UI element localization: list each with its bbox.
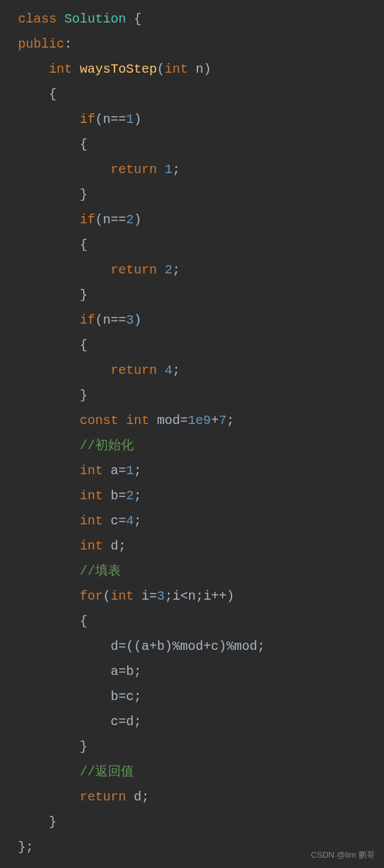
code-line: int b=2;	[18, 483, 384, 508]
return-type: int	[49, 62, 72, 77]
number: 2	[126, 212, 134, 227]
variable: d	[134, 790, 142, 804]
operator: +	[211, 413, 219, 428]
indent	[18, 112, 80, 127]
lparen: (	[95, 313, 103, 328]
comment: //返回值	[80, 764, 134, 779]
code-block: class Solution { public: int waysToStep(…	[18, 6, 384, 860]
indent	[18, 237, 80, 252]
indent	[18, 212, 80, 227]
code-line: {	[18, 82, 384, 107]
indent	[18, 313, 80, 328]
return-keyword: return	[111, 263, 157, 277]
code-line: if(n==2)	[18, 207, 384, 232]
number: 4	[126, 513, 134, 528]
function-name: waysToStep	[80, 62, 157, 77]
indent	[18, 513, 80, 528]
indent	[18, 714, 111, 729]
indent	[18, 62, 49, 77]
operator: =	[118, 463, 126, 478]
code-line: {	[18, 333, 384, 358]
brace: }	[80, 187, 87, 202]
code-line: //填表	[18, 559, 384, 584]
indent	[18, 338, 80, 353]
number: 4	[165, 363, 172, 378]
indent	[18, 438, 80, 453]
indent	[18, 664, 111, 679]
variable: n	[103, 212, 111, 227]
indent	[18, 413, 80, 428]
code-line: }	[18, 383, 384, 408]
expression: d=((a+b)%mod+c)%mod;	[111, 639, 265, 654]
semicolon: ;	[134, 513, 142, 528]
number: 2	[126, 488, 134, 503]
indent	[18, 564, 80, 578]
indent	[18, 187, 80, 202]
number: 1	[126, 463, 134, 478]
number: 3	[157, 589, 165, 604]
type: int	[80, 488, 103, 503]
access-modifier: public	[18, 37, 64, 51]
expression: b=c;	[111, 689, 142, 704]
operator: =	[180, 413, 188, 428]
type: int	[111, 589, 134, 604]
operator: =	[118, 513, 126, 528]
if-keyword: if	[80, 313, 95, 328]
rparen: )	[203, 62, 211, 77]
brace: {	[134, 12, 142, 26]
indent	[18, 463, 80, 478]
code-line: c=d;	[18, 709, 384, 734]
type: int	[80, 513, 103, 528]
operator: ==	[111, 313, 126, 328]
for-keyword: for	[80, 589, 103, 604]
code-line: if(n==3)	[18, 308, 384, 333]
operator: =	[149, 589, 157, 604]
if-keyword: if	[80, 112, 95, 127]
semicolon: ;	[165, 589, 172, 604]
indent	[18, 639, 111, 654]
param-name: n	[196, 62, 203, 77]
variable: n	[103, 313, 111, 328]
code-line: //初始化	[18, 433, 384, 458]
code-line: {	[18, 232, 384, 257]
indent	[18, 539, 80, 553]
watermark: CSDN @lim 鹏哥	[311, 847, 375, 863]
operator: ++	[211, 589, 226, 604]
code-line: if(n==1)	[18, 107, 384, 132]
return-keyword: return	[111, 162, 157, 177]
brace: {	[49, 87, 57, 102]
brace: {	[80, 614, 87, 629]
type: int	[80, 539, 103, 553]
variable: i	[172, 589, 180, 604]
number: 7	[219, 413, 226, 428]
variable: b	[111, 488, 118, 503]
variable: n	[188, 589, 196, 604]
return-keyword: return	[80, 790, 126, 804]
number: 1e9	[188, 413, 211, 428]
number: 2	[165, 263, 172, 277]
code-line: return d;	[18, 784, 384, 809]
code-line: {	[18, 132, 384, 157]
class-name: Solution	[64, 12, 126, 26]
brace: }	[80, 388, 87, 403]
operator: =	[118, 488, 126, 503]
semicolon: ;	[118, 539, 126, 553]
variable: i	[203, 589, 211, 604]
operator: <	[180, 589, 188, 604]
code-line: int d;	[18, 533, 384, 559]
indent	[18, 589, 80, 604]
code-line: public:	[18, 32, 384, 57]
brace: }	[80, 288, 87, 302]
code-line: return 2;	[18, 257, 384, 282]
indent	[18, 614, 80, 629]
rparen: )	[134, 212, 142, 227]
number: 1	[165, 162, 172, 177]
semicolon: ;	[134, 488, 142, 503]
code-line: {	[18, 609, 384, 634]
type: int	[80, 463, 103, 478]
semicolon: ;	[172, 363, 180, 378]
brace: {	[80, 338, 87, 353]
class-keyword: class	[18, 12, 57, 26]
code-line: int c=4;	[18, 508, 384, 533]
semicolon: ;	[226, 413, 234, 428]
